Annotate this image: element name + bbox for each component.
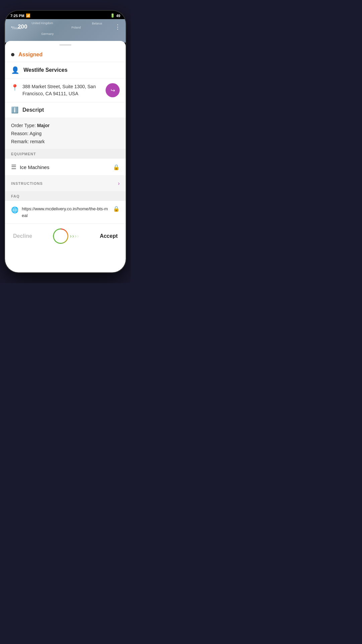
signal-icons: 📶 bbox=[26, 13, 31, 18]
status-left: 7:25 PM 📶 bbox=[10, 13, 31, 18]
status-right: 🔋 49 bbox=[110, 13, 120, 18]
battery-icon: 🔋 bbox=[110, 13, 115, 18]
info-icon: ℹ️ bbox=[11, 106, 18, 114]
back-arrow-icon: ← bbox=[10, 23, 16, 31]
top-navigation: ← 200 ⋮ bbox=[5, 19, 126, 35]
address-text: 388 Market Street, Suite 1300, San Franc… bbox=[22, 83, 102, 97]
equipment-name: Ice Machines bbox=[20, 164, 110, 170]
bottom-sheet: Assigned 👤 Westlife Services 📍 388 Marke… bbox=[5, 41, 126, 272]
instructions-label: INSTRUCTIONS bbox=[11, 181, 118, 185]
battery-level: 49 bbox=[116, 14, 120, 18]
list-icon: ☰ bbox=[11, 163, 16, 171]
order-type-row: Order Type: Major bbox=[11, 123, 120, 128]
company-section: 👤 Westlife Services bbox=[5, 62, 126, 78]
handle-bar bbox=[59, 44, 71, 46]
lock-icon: 🔒 bbox=[113, 164, 120, 170]
arrow-chevron-3: › bbox=[75, 233, 76, 239]
slider-circle-inner bbox=[56, 231, 65, 241]
equipment-section-header: EQUIPMENT bbox=[5, 149, 126, 159]
map-background: United Kingdom Ireland Germany Poland Be… bbox=[5, 19, 126, 43]
status-indicator-dot bbox=[11, 53, 14, 56]
navigation-arrow-icon: ↪ bbox=[111, 87, 115, 94]
back-button[interactable]: ← 200 bbox=[10, 23, 27, 31]
person-icon: 👤 bbox=[11, 66, 19, 74]
arrow-chevron-1: › bbox=[70, 233, 71, 239]
decline-button[interactable]: Decline bbox=[13, 233, 32, 239]
reason-row: Reason: Aging bbox=[11, 131, 120, 136]
faq-lock-icon: 🔒 bbox=[113, 206, 120, 212]
faq-link[interactable]: https://www.mcdelivery.co.in/home/the-bt… bbox=[22, 206, 110, 219]
slider-circle[interactable] bbox=[53, 228, 68, 244]
order-details-section: Order Type: Major Reason: Aging Remark: … bbox=[5, 118, 126, 149]
location-pin-icon: 📍 bbox=[11, 84, 18, 91]
accept-button[interactable]: Accept bbox=[100, 233, 118, 239]
order-type-value: Major bbox=[37, 123, 50, 128]
sheet-handle bbox=[5, 41, 126, 48]
faq-section-header: FAQ bbox=[5, 192, 126, 201]
arrow-chevron-2: › bbox=[72, 233, 74, 239]
company-name: Westlife Services bbox=[23, 67, 67, 73]
globe-icon: 🌐 bbox=[11, 206, 18, 214]
address-section: 📍 388 Market Street, Suite 1300, San Fra… bbox=[5, 78, 126, 102]
arrows-container: › › › › bbox=[70, 233, 79, 239]
navigate-button[interactable]: ↪ bbox=[106, 83, 120, 97]
status-bar: 7:25 PM 📶 🔋 49 bbox=[5, 11, 126, 19]
order-type-label: Order Type: bbox=[11, 123, 37, 128]
instructions-chevron-icon[interactable]: › bbox=[118, 180, 120, 186]
faq-row: 🌐 https://www.mcdelivery.co.in/home/the-… bbox=[5, 201, 126, 223]
status-label: Assigned bbox=[18, 52, 43, 58]
equipment-row: ☰ Ice Machines 🔒 bbox=[5, 159, 126, 176]
bottom-action-bar: Decline › › › › Accept bbox=[5, 223, 126, 249]
more-options-button[interactable]: ⋮ bbox=[115, 23, 121, 31]
accept-slider[interactable]: › › › › bbox=[53, 228, 79, 244]
arrow-chevron-4: › bbox=[77, 233, 79, 239]
order-id: 200 bbox=[18, 23, 27, 30]
instructions-section[interactable]: INSTRUCTIONS › bbox=[5, 176, 126, 192]
status-section: Assigned bbox=[5, 48, 126, 62]
description-label: Descript bbox=[22, 107, 44, 113]
remark-row: Remark: remark bbox=[11, 139, 120, 144]
time-display: 7:25 PM bbox=[10, 14, 24, 18]
description-section: ℹ️ Descript bbox=[5, 102, 126, 118]
